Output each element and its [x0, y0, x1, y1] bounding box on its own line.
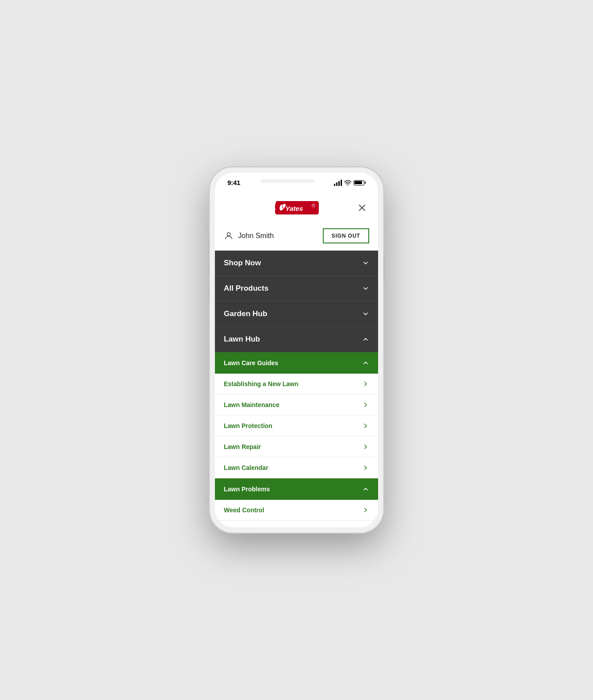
close-button[interactable] — [355, 201, 369, 215]
chevron-down-icon — [362, 285, 369, 292]
menu-item-lawn-problems[interactable]: Lawn Problems — [215, 478, 378, 500]
wifi-icon — [344, 180, 351, 185]
menu-item-shop-now[interactable]: Shop Now — [215, 251, 378, 276]
yates-logo: Yates ® — [274, 198, 319, 218]
menu-item-shop-now-label: Shop Now — [224, 259, 261, 268]
sign-out-button[interactable]: SIGN OUT — [323, 228, 369, 243]
user-info: John Smith — [224, 231, 274, 241]
svg-text:Yates: Yates — [285, 205, 303, 212]
phone-content[interactable]: Yates ® — [215, 190, 378, 527]
menu-item-lawn-problems-label: Lawn Problems — [224, 486, 270, 493]
user-row: John Smith SIGN OUT — [215, 224, 378, 251]
user-name: John Smith — [238, 232, 274, 240]
chevron-right-icon — [362, 506, 369, 514]
chevron-right-icon — [362, 380, 369, 387]
chevron-right-icon — [362, 464, 369, 471]
notch — [260, 179, 314, 183]
chevron-right-icon — [362, 443, 369, 450]
menu-sub-item-weed-control[interactable]: Weed Control — [215, 500, 378, 521]
menu-item-lawn-hub-label: Lawn Hub — [224, 335, 260, 344]
chevron-down-icon — [362, 259, 369, 267]
menu-sub-item-establishing-new-lawn[interactable]: Establishing a New Lawn — [215, 374, 378, 395]
menu-item-lawn-care-guides[interactable]: Lawn Care Guides — [215, 352, 378, 374]
menu-sub-item-lawn-maintenance[interactable]: Lawn Maintenance — [215, 395, 378, 416]
logo-container: Yates ® — [238, 198, 355, 218]
status-time: 9:41 — [227, 179, 240, 186]
phone-frame: 9:41 — [210, 167, 383, 533]
menu-sub-item-repair-label: Lawn Repair — [224, 443, 261, 450]
chevron-down-icon — [362, 310, 369, 317]
menu-item-garden-hub-label: Garden Hub — [224, 309, 267, 318]
chevron-up-icon — [362, 336, 369, 343]
app-header: Yates ® — [215, 190, 378, 224]
chevron-up-icon — [362, 359, 369, 366]
battery-icon — [354, 180, 366, 185]
svg-point-0 — [347, 185, 348, 185]
menu-section: Shop Now All Products Garden Hub — [215, 251, 378, 527]
menu-sub-item-establishing-label: Establishing a New Lawn — [224, 380, 298, 387]
signal-icon — [334, 180, 342, 186]
chevron-right-icon — [362, 422, 369, 429]
menu-item-garden-hub[interactable]: Garden Hub — [215, 301, 378, 327]
menu-sub-item-lawn-disease[interactable]: Lawn Disease Control — [215, 521, 378, 527]
menu-item-lawn-care-guides-label: Lawn Care Guides — [224, 359, 278, 366]
status-bar: 9:41 — [215, 173, 378, 190]
menu-item-all-products[interactable]: All Products — [215, 276, 378, 301]
status-icons — [334, 180, 366, 186]
menu-item-all-products-label: All Products — [224, 284, 268, 293]
menu-sub-item-protection-label: Lawn Protection — [224, 422, 272, 429]
menu-sub-item-weed-label: Weed Control — [224, 506, 264, 514]
chevron-right-icon — [362, 401, 369, 408]
chevron-up-icon — [362, 486, 369, 493]
close-icon — [358, 203, 367, 212]
menu-sub-item-lawn-repair[interactable]: Lawn Repair — [215, 436, 378, 457]
menu-sub-item-calendar-label: Lawn Calendar — [224, 464, 268, 471]
menu-sub-item-lawn-protection[interactable]: Lawn Protection — [215, 416, 378, 436]
menu-item-lawn-hub[interactable]: Lawn Hub — [215, 327, 378, 352]
menu-sub-item-maintenance-label: Lawn Maintenance — [224, 401, 279, 408]
phone-screen: 9:41 — [215, 173, 378, 527]
svg-point-6 — [227, 233, 230, 236]
menu-sub-item-lawn-calendar[interactable]: Lawn Calendar — [215, 457, 378, 478]
user-icon — [224, 231, 234, 241]
